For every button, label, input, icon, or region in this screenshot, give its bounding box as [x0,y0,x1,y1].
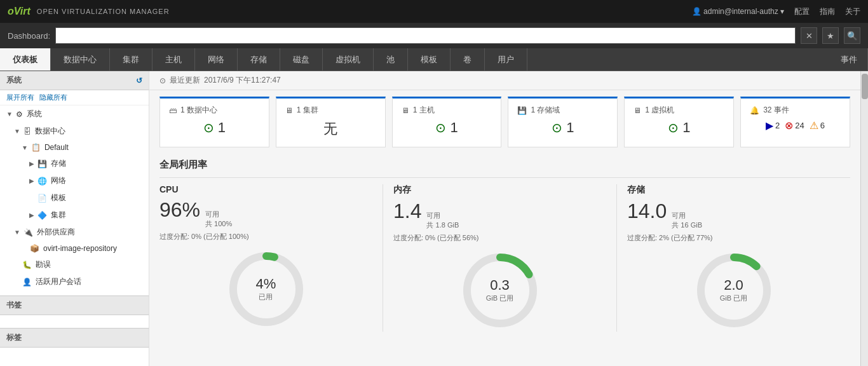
storage-value: 14.0 [627,200,667,223]
memory-title: 内存 [393,184,606,196]
cpu-value: 96% [159,198,200,222]
topbar-left: oVirt OPEN VIRTUALIZATION MANAGER [8,6,170,17]
tree-datacenter[interactable]: ▼ 🗄 数据中心 [0,123,149,140]
memory-donut-pct: 0.3 [486,277,513,294]
storage-overdistrib: 过度分配: 2% (已分配 77%) [627,233,840,243]
search-input[interactable] [55,27,796,44]
cluster-value: 无 [285,119,376,139]
last-updated-time: 2017/6/9 下午11:27:47 [204,75,281,86]
clear-button[interactable]: ✕ [801,27,817,44]
tree-default[interactable]: ▼ 📋 Default [0,140,149,155]
tree-cluster[interactable]: ▶ 🔷 集群 [0,207,149,224]
event-badge-info: ▶ 2 [766,119,780,132]
memory-overdistrib: 过度分配: 0% (已分配 56%) [393,233,606,243]
config-link[interactable]: 配置 [794,6,810,17]
card-cluster[interactable]: 🖥 1 集群 无 [276,97,386,147]
tree-template[interactable]: ▶ 📄 模板 [0,189,149,207]
memory-donut-sub: GiB 已用 [486,294,513,303]
cpu-donut-pct: 4% [256,276,276,292]
guide-link[interactable]: 指南 [820,6,835,17]
user-menu[interactable]: 👤 admin@internal-authz ▾ [692,7,784,16]
user-name: admin@internal-authz [703,7,778,16]
last-updated-label: 最近更新 [170,75,200,86]
tree-ovirt-repo[interactable]: ▶ 📦 ovirt-image-repository [0,241,149,256]
expand-all-btn[interactable]: 展开所有 [6,93,34,102]
memory-value: 1.4 [393,200,421,223]
tab-cluster[interactable]: 集群 [110,48,153,71]
summary-cards: 🗃 1 数据中心 ⊙ 1 🖥 1 集群 无 🖥 [149,90,860,154]
tree-network[interactable]: ▶ 🌐 网络 [0,172,149,189]
tab-template[interactable]: 模板 [408,48,451,71]
refresh-icon[interactable]: ↺ [136,76,142,85]
memory-column: 内存 1.4 可用 共 1.8 GiB 过度分配: 0% (已分配 56%) [383,184,617,332]
cpu-donut-sub: 已用 [256,292,276,302]
storage-donut: 2.0 GiB 已用 [627,249,840,332]
datacenter-value: 1 [218,119,226,135]
tab-disk[interactable]: 磁盘 [280,48,323,71]
storage-donut-sub: GiB 已用 [720,294,747,303]
topbar: oVirt OPEN VIRTUALIZATION MANAGER 👤 admi… [0,0,868,23]
sidebar-section-system: 系统 ↺ [0,71,149,90]
card-host[interactable]: 🖥 1 主机 ⊙ 1 [392,97,502,147]
sidebar-controls: 展开所有 隐藏所有 [0,90,149,105]
sidebar-section-tags[interactable]: 标签 [0,328,149,348]
utilization-section: 全局利用率 CPU 96% 可用 共 100% 过度分配: 0% (已分配 10… [149,154,860,338]
topbar-right: 👤 admin@internal-authz ▾ 配置 指南 关于 [692,6,860,17]
host-value: 1 [451,119,458,135]
last-updated-bar: ⊙ 最近更新 2017/6/9 下午11:27:47 [149,71,860,90]
tree-external[interactable]: ▼ 🔌 外部供应商 [0,224,149,241]
searchbar-label: Dashboard: [8,31,50,41]
app-logo: oVirt [8,6,31,17]
tree-system[interactable]: ▼ ⚙ 系统 [0,105,149,123]
card-datacenter[interactable]: 🗃 1 数据中心 ⊙ 1 [159,97,269,147]
cpu-overdistrib: 过度分配: 0% (已分配 100%) [159,232,372,241]
card-storage-domain[interactable]: 💾 1 存储域 ⊙ 1 [508,97,618,147]
card-vm[interactable]: 🖥 1 虚拟机 ⊙ 1 [624,97,734,147]
tab-network[interactable]: 网络 [195,48,238,71]
bookmark-button[interactable]: ★ [822,27,839,44]
utilization-columns: CPU 96% 可用 共 100% 过度分配: 0% (已分配 100%) [159,184,850,332]
tree-storage[interactable]: ▶ 💾 存储 [0,155,149,172]
sidebar: 系统 ↺ 展开所有 隐藏所有 ▼ ⚙ 系统 ▼ 🗄 数据中心 ▼ 📋 [0,71,149,366]
tab-datacenter[interactable]: 数据中心 [51,48,110,71]
tab-volume[interactable]: 卷 [451,48,485,71]
searchbar: Dashboard: ✕ ★ 🔍 [0,23,868,48]
tree-user-sessions[interactable]: ▶ 👤 活跃用户会话 [0,273,149,290]
tab-host[interactable]: 主机 [153,48,195,71]
tab-event[interactable]: 事件 [831,48,868,71]
right-scrollbar[interactable] [860,71,868,366]
search-button[interactable]: 🔍 [844,27,860,44]
tab-user[interactable]: 用户 [485,48,527,71]
user-icon: 👤 [692,7,702,16]
clock-icon: ⊙ [159,76,166,85]
datacenter-card-icon: 🗃 [169,106,177,115]
dashboard-content: ⊙ 最近更新 2017/6/9 下午11:27:47 🗃 1 数据中心 ⊙ 1 [149,71,860,366]
cpu-title: CPU [159,184,372,194]
app-title: OPEN VIRTUALIZATION MANAGER [37,8,170,15]
sidebar-bottom: 书签 标签 [0,295,149,348]
about-link[interactable]: 关于 [845,6,860,17]
tab-storage[interactable]: 存储 [238,48,280,71]
memory-donut: 0.3 GiB 已用 [393,249,606,332]
event-card-icon: 🔔 [750,106,759,115]
event-badge-error: ⊗ 24 [785,119,804,132]
user-dropdown-icon: ▾ [780,7,784,16]
cluster-card-icon: 🖥 [285,106,293,115]
utilization-title: 全局利用率 [159,154,850,178]
tree-errata[interactable]: ▶ 🐛 勘误 [0,256,149,273]
navtabs: 仪表板 数据中心 集群 主机 网络 存储 磁盘 虚拟机 池 模板 卷 用户 事件 [0,48,868,71]
vm-value: 1 [682,119,690,135]
storage-title: 存储 [627,184,840,196]
event-badge-warning: ⚠ 6 [810,119,825,132]
collapse-all-btn[interactable]: 隐藏所有 [39,93,67,102]
sidebar-section-bookmarks[interactable]: 书签 [0,295,149,315]
tab-pool[interactable]: 池 [374,48,408,71]
cpu-donut: 4% 已用 [159,248,372,330]
storage-column: 存储 14.0 可用 共 16 GiB 过度分配: 2% (已分配 77%) [617,184,850,332]
card-events[interactable]: 🔔 32 事件 ▶ 2 ⊗ 24 ⚠ 6 [740,97,850,147]
tab-dashboard[interactable]: 仪表板 [0,48,51,71]
cpu-column: CPU 96% 可用 共 100% 过度分配: 0% (已分配 100%) [159,184,383,332]
tab-vm[interactable]: 虚拟机 [323,48,374,71]
storage-value: 1 [566,119,574,135]
storage-card-icon: 💾 [517,106,527,115]
